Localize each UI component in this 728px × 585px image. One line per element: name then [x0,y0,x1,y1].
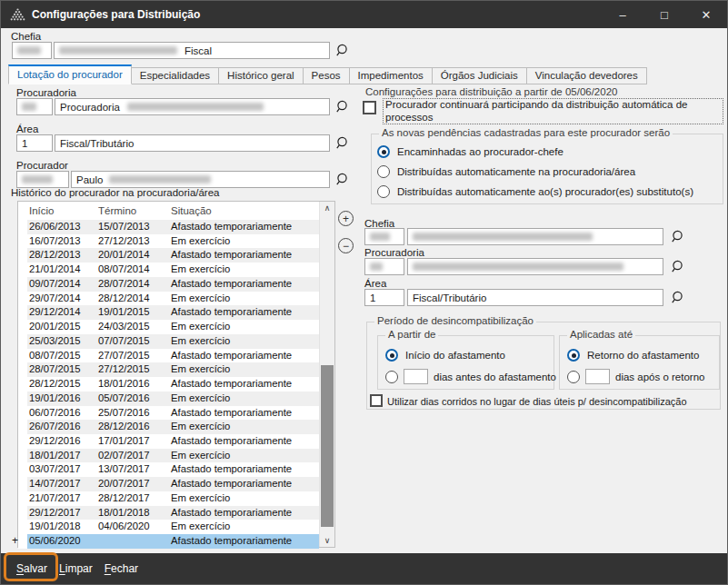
tab-lotacao-do-procurador[interactable]: Lotação do procurador [8,64,132,84]
table-row[interactable]: 26/07/201628/12/2016Em exercício [18,420,319,434]
dias-apos-input[interactable] [585,369,610,384]
row-margin [18,462,27,477]
radio-dias-antes[interactable] [385,371,398,383]
radio-icon[interactable] [377,145,390,158]
radio-icon[interactable] [377,185,390,198]
table-row[interactable]: 21/01/201408/07/2014Em exercício [18,263,319,277]
redacted-text [370,233,390,241]
fechar-button[interactable]: Fechar [105,562,138,575]
radio-inicio-afastamento[interactable] [385,349,398,362]
aplicadas-ate-legend: Aplicadas até [567,329,635,340]
search-icon[interactable] [335,173,350,187]
table-row[interactable]: 08/07/201527/07/2015Afastado temporariam… [18,349,319,363]
radio-icon[interactable] [377,165,390,178]
table-row[interactable]: 16/07/201327/12/2013Em exercício [18,234,319,249]
search-icon[interactable] [671,260,685,274]
table-row[interactable]: 28/12/201518/01/2016Afastado temporariam… [18,377,319,392]
table-row[interactable]: 03/07/201713/07/2017Afastado temporariam… [18,462,319,477]
tab-vinculacao-devedores[interactable]: Vinculação devedores [526,67,647,84]
table-row[interactable]: 28/07/201527/12/2015Em exercício [18,362,319,377]
scroll-up-icon[interactable]: ∧ [320,202,334,214]
area-name-field[interactable]: Fiscal/Tributário [55,134,330,152]
salvar-button[interactable]: Salvar [16,562,47,575]
cell-termino: 25/07/2016 [98,406,171,421]
area-right-name-field[interactable]: Fiscal/Tributário [407,289,663,306]
checkbox-continuar-label[interactable]: Procurador continuará participando da di… [383,98,723,124]
cell-situacao: Em exercício [171,362,319,377]
dias-antes-input[interactable] [404,369,428,384]
radio-dias-apos[interactable] [567,371,580,383]
row-margin [18,449,27,463]
row-margin [18,320,27,334]
search-icon[interactable] [335,136,350,151]
chefia-right-name-field[interactable] [407,228,663,245]
row-margin [18,434,27,449]
procuradoria-right-code-field[interactable] [364,258,404,275]
radio-option-distribuidas-automaticamente-na-procurad[interactable]: Distribuídas automaticamente na procurad… [377,165,693,178]
table-row[interactable]: 18/01/201702/07/2017Em exercício [18,449,319,463]
add-record-button[interactable]: + [338,211,354,226]
table-row[interactable]: 06/07/201625/07/2016Afastado temporariam… [18,406,319,421]
table-row[interactable]: 19/01/201605/07/2016Em exercício [18,392,319,406]
tab-impedimentos[interactable]: Impedimentos [349,67,433,84]
procuradoria-code-field[interactable] [16,98,53,115]
table-row[interactable]: 28/12/201320/01/2014Afastado temporariam… [18,248,319,263]
table-row[interactable]: 29/12/201419/01/2015Afastado temporariam… [18,305,319,320]
chefia-top-code-field[interactable] [12,42,52,59]
cell-inicio: 03/07/2017 [27,462,98,477]
row-cells: 29/12/201718/01/2018Afastado temporariam… [27,506,319,521]
table-row[interactable]: 29/07/201428/12/2014Em exercício [18,292,319,306]
table-row[interactable]: 29/12/201617/01/2017Afastado temporariam… [18,434,319,449]
procuradoria-right-name-field[interactable] [407,258,663,275]
scroll-down-icon[interactable]: ∨ [320,534,334,547]
cell-inicio: 21/01/2014 [27,263,98,277]
limpar-button[interactable]: Limpar [59,562,93,575]
tab-especialidades[interactable]: Especialidades [131,67,219,84]
table-row[interactable]: 20/01/201524/03/2015Em exercício [18,320,319,334]
chefia-right-code-field[interactable] [364,228,404,245]
cell-inicio: 25/03/2015 [27,334,98,349]
search-icon[interactable] [335,100,350,114]
close-icon[interactable]: ✕ [685,1,727,28]
cell-termino: 28/12/2014 [98,292,171,306]
tab-pesos[interactable]: Pesos [303,67,350,84]
cell-situacao: Em exercício [171,234,319,249]
scrollbar-thumb[interactable] [321,365,334,527]
checkbox-continuar-distribuicao[interactable] [363,101,376,114]
cell-termino: 15/07/2013 [98,220,171,234]
table-row[interactable]: 19/01/201804/06/2020Em exercício [18,520,319,534]
procuradoria-name-field[interactable]: Procuradoria [55,98,330,115]
chefia-top-name-field[interactable]: Fiscal [54,42,330,59]
cell-termino: 08/07/2014 [98,263,171,277]
cell-termino: 07/07/2015 [98,334,171,349]
maximize-icon[interactable]: □ [643,1,685,28]
vertical-scrollbar[interactable]: ∧ ∨ [319,202,334,547]
row-margin [18,220,27,234]
tab-historico-geral[interactable]: Histórico geral [218,67,304,84]
radio-option-encaminhadas-ao-procurador-chefe[interactable]: Encaminhadas ao procurador-chefe [377,145,693,158]
table-row[interactable]: 25/03/201507/07/2015Em exercício [18,334,319,349]
row-margin [18,491,27,506]
app-icon [10,7,25,22]
search-icon[interactable] [671,291,685,305]
radio-retorno-afastamento[interactable] [567,349,580,362]
table-row[interactable]: +05/06/2020Afastado temporariamente [18,534,319,549]
table-row[interactable]: 09/07/201428/07/2014Afastado temporariam… [18,277,319,292]
minimize-icon[interactable]: – [602,1,643,28]
checkbox-dias-corridos[interactable] [370,394,383,407]
area-code-field[interactable]: 1 [16,134,53,152]
tab-orgaos-judiciais[interactable]: Órgãos Judiciais [432,67,527,84]
area-right-code-field[interactable]: 1 [364,289,404,306]
table-row[interactable]: 21/07/201728/12/2017Em exercício [18,491,319,506]
search-icon[interactable] [335,44,350,58]
cell-situacao: Em exercício [171,449,319,463]
table-row[interactable]: 26/06/201315/07/2013Afastado temporariam… [18,220,319,234]
row-margin [18,263,27,277]
radio-option-distribuidas-automaticamente-ao-s-procur[interactable]: Distribuídas automaticamente ao(s) procu… [377,185,693,198]
search-icon[interactable] [671,230,685,244]
procurador-name-field[interactable]: Paulo [71,171,330,188]
table-row[interactable]: 29/12/201718/01/2018Afastado temporariam… [18,506,319,521]
remove-record-button[interactable]: − [338,238,354,253]
procurador-code-field[interactable] [16,171,69,188]
table-row[interactable]: 14/07/201720/07/2017Afastado temporariam… [18,477,319,491]
